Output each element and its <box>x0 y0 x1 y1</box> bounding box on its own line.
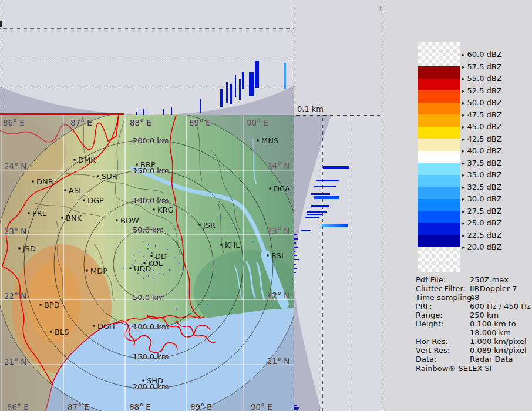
city-label: BLS <box>55 328 69 336</box>
metadata-value: 1.000 km/pixel <box>470 337 527 346</box>
city-label: BDW <box>120 216 139 225</box>
echo-bar <box>322 224 348 227</box>
metadata-label: PRF: <box>416 302 432 311</box>
city-label: SUR <box>102 172 117 181</box>
edge-echo-tick <box>294 259 299 260</box>
echo-bar <box>147 111 147 115</box>
top-height-profile-panel <box>0 0 294 115</box>
metadata-label: Pdf File: <box>416 275 446 284</box>
product-metadata: Pdf File:250Z.maxClutter Filter:IIRDoppl… <box>383 0 532 411</box>
city-label: BNK <box>66 214 82 223</box>
metadata-value: 48 <box>470 293 480 302</box>
city-label: SHD <box>147 376 163 385</box>
city-label: MDP <box>90 267 107 275</box>
metadata-value: 250Z.max <box>470 275 509 284</box>
longitude-label: 86° E <box>7 402 29 411</box>
latitude-label: 24° N <box>4 161 26 171</box>
city-label: DMK <box>78 156 96 164</box>
echo-bar <box>140 110 140 115</box>
latitude-label: 21° N <box>4 357 26 366</box>
city-label: UDD <box>134 264 151 273</box>
radar-map-viewport[interactable]: 50.0 km50.0 km100.0 km100.0 km150.0 km15… <box>0 115 294 411</box>
longitude-label: 87° E <box>68 402 89 411</box>
latitude-label: 24° N <box>267 161 289 170</box>
echo-bar <box>307 214 322 215</box>
echo-bar <box>284 63 286 89</box>
longitude-label: 87° E <box>70 118 92 127</box>
grid-line <box>0 58 294 58</box>
metadata-value: 250 km <box>470 311 499 319</box>
echo-bar <box>143 109 144 115</box>
echo-bar <box>235 75 236 97</box>
software-name: Rainbow® SELEX-SI <box>416 364 492 373</box>
metadata-label: Time sampling: <box>416 293 474 302</box>
echo-bar <box>314 186 336 187</box>
city-label: DGH <box>97 322 115 331</box>
latitude-label: 22° N <box>267 291 289 300</box>
echo-bar <box>305 217 319 218</box>
side-height-profile-panel <box>294 115 383 411</box>
grid-line <box>322 115 323 411</box>
latitude-label: 23° N <box>267 226 289 235</box>
echo-bar <box>314 196 339 199</box>
city-label: BRP <box>140 160 156 169</box>
city-label: ASL <box>69 186 83 195</box>
metadata-label: Height: <box>416 319 443 328</box>
grid-line <box>352 115 352 411</box>
metadata-label: Range: <box>416 311 443 319</box>
height-axis-min-label: 0.1 km <box>297 105 324 113</box>
range-ring-label: 100.0 km <box>133 196 169 205</box>
metadata-label: Clutter Filter: <box>416 284 466 293</box>
city-label: BSL <box>271 251 286 260</box>
longitude-label: 89° E <box>189 118 211 127</box>
panel-border <box>294 0 294 411</box>
echo-bar <box>307 211 327 213</box>
echo-bar <box>242 72 244 89</box>
metadata-label: Hor Res: <box>416 337 448 346</box>
longitude-label: 89° E <box>190 402 212 411</box>
metadata-value: 0.089 km/pixel <box>470 346 527 355</box>
echo-bar <box>323 166 349 169</box>
echo-bar <box>230 84 232 104</box>
range-ring-label: 50.0 km <box>133 225 164 234</box>
echo-bar <box>163 109 164 115</box>
longitude-label: 90° E <box>251 402 272 411</box>
edge-echo-tick <box>294 407 299 409</box>
city-label: DNB <box>36 177 53 186</box>
radar-map: 50.0 km50.0 km100.0 km100.0 km150.0 km15… <box>0 115 294 411</box>
city-label: DCA <box>274 184 290 193</box>
radar-window: 18.0 km 0.1 km <box>0 0 532 411</box>
echo-bar <box>226 82 228 103</box>
metadata-value: 0.100 km to <box>470 319 516 328</box>
range-ring-label: 150.0 km <box>133 352 169 361</box>
echo-bar <box>255 61 259 88</box>
latitude-label: 23° N <box>4 227 26 236</box>
metadata-value: IIRDoppler 7 <box>470 284 517 293</box>
longitude-label: 90° E <box>247 118 268 127</box>
city-label: JSR <box>203 221 216 230</box>
edge-echo-tick <box>294 409 298 410</box>
longitude-label: 86° E <box>3 118 25 127</box>
metadata-value: 18.000 km <box>470 328 511 337</box>
echo-bar <box>311 193 330 195</box>
edge-echo-tick <box>294 247 298 248</box>
longitude-label: 88° E <box>130 118 151 127</box>
echo-bar <box>249 72 254 96</box>
edge-echo-tick <box>294 268 297 269</box>
echo-bar <box>200 99 201 113</box>
metadata-value: 600 Hz / 450 Hz <box>470 302 531 311</box>
city-label: JSD <box>22 244 36 253</box>
city-label: MNS <box>261 136 278 145</box>
panel-border <box>1 0 1 115</box>
metadata-value: Radar Data <box>470 355 513 363</box>
echo-bar <box>311 205 329 207</box>
edge-echo-tick <box>294 238 298 240</box>
city-label: BPD <box>44 301 60 309</box>
range-ring-label: 100.0 km <box>133 322 169 331</box>
range-ring-label: 50.0 km <box>133 293 164 302</box>
city-label: KHL <box>225 241 240 250</box>
panel-border <box>294 115 383 116</box>
echo-bar <box>301 230 311 231</box>
grid-line <box>0 28 294 29</box>
range-ring-label: 200.0 km <box>133 136 169 145</box>
